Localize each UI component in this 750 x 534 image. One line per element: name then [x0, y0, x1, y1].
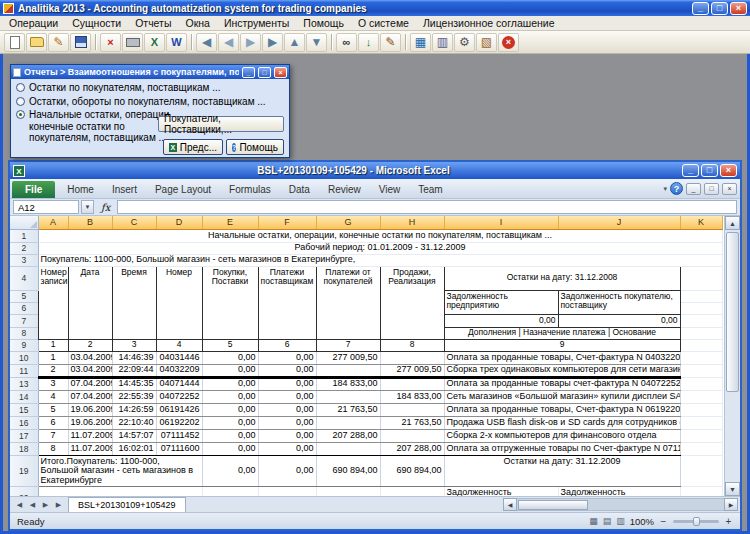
cell-r15-6[interactable]: 21 763,50 — [316, 403, 380, 416]
cell-r20-3[interactable] — [316, 487, 380, 496]
cell-r5-2[interactable] — [680, 290, 722, 302]
help-button[interactable]: ? Помощь — [226, 139, 284, 155]
cell-r4-1[interactable]: Дата — [68, 266, 112, 339]
edit-document-icon[interactable]: ✎ — [48, 33, 69, 52]
view-page-break-icon[interactable]: ▥ — [616, 516, 625, 526]
column-header-G[interactable]: G — [316, 216, 380, 229]
cell-r9-6[interactable]: 7 — [316, 339, 380, 351]
column-header-F[interactable]: F — [258, 216, 316, 229]
row-header-2[interactable]: 2 — [10, 242, 38, 254]
cell-r17-7[interactable] — [380, 429, 444, 442]
cell-r7-2[interactable] — [680, 314, 722, 327]
ribbon-tab-data[interactable]: Data — [280, 181, 319, 198]
cell-r9-5[interactable]: 6 — [258, 339, 316, 351]
zoom-slider-thumb[interactable] — [693, 517, 700, 526]
row-header-18[interactable]: 18 — [10, 442, 38, 455]
row-header-8[interactable]: 8 — [10, 327, 38, 339]
cell-r8-1[interactable] — [680, 327, 722, 339]
ribbon-tab-view[interactable]: View — [370, 181, 410, 198]
column-header-I[interactable]: I — [444, 216, 558, 229]
cell-r15-5[interactable]: 0,00 — [258, 403, 316, 416]
menu-item-3[interactable]: Окна — [178, 16, 216, 30]
workbook-restore-button[interactable]: □ — [704, 183, 719, 195]
table-icon[interactable]: ▦ — [410, 33, 431, 52]
cell-r10-2[interactable]: 14:46:39 — [112, 351, 156, 364]
cell-r11-4[interactable]: 0,00 — [202, 364, 258, 377]
column-header-A[interactable]: A — [38, 216, 68, 229]
horizontal-scroll-track[interactable] — [517, 498, 724, 511]
cell-r16-2[interactable]: 22:10:40 — [112, 416, 156, 429]
column-header-K[interactable]: K — [680, 216, 722, 229]
row-header-11[interactable]: 11 — [10, 364, 38, 377]
cell-r15-2[interactable]: 14:26:59 — [112, 403, 156, 416]
menu-item-5[interactable]: Помощь — [296, 16, 351, 30]
cell-r7-0[interactable]: 0,00 — [444, 314, 558, 327]
cell-r3-0[interactable]: Покупатель: 1100-000, Большой магазин - … — [38, 254, 722, 266]
nav-first-icon[interactable]: ◀ — [196, 33, 217, 52]
cell-r15-1[interactable]: 19.06.2009 — [68, 403, 112, 416]
dialog-close-button[interactable]: × — [274, 67, 287, 78]
cell-r18-4[interactable]: 0,00 — [202, 442, 258, 455]
cell-r4-6[interactable]: Платежи от покупателей — [316, 266, 380, 339]
row-header-19[interactable]: 19 — [10, 455, 38, 487]
row-header-7[interactable]: 7 — [10, 314, 38, 327]
cell-r11-1[interactable]: 03.04.2009 — [68, 364, 112, 377]
cell-r17-2[interactable]: 14:57:07 — [112, 429, 156, 442]
nav-next-icon[interactable]: ▶ — [240, 33, 261, 52]
column-header-D[interactable]: D — [156, 216, 202, 229]
cell-r19-5[interactable]: Остатки на дату: 31.12.2009 — [444, 455, 680, 487]
cell-r10-9[interactable] — [680, 351, 722, 364]
dialog-minimize-button[interactable]: _ — [242, 67, 255, 78]
cell-r18-2[interactable]: 16:02:01 — [112, 442, 156, 455]
cell-r17-1[interactable]: 11.07.2009 — [68, 429, 112, 442]
cell-r9-9[interactable] — [680, 339, 722, 351]
main-titlebar[interactable]: Analitika 2013 - Accounting automatizati… — [0, 0, 750, 16]
vertical-scrollbar[interactable]: ▲ ▼ — [724, 216, 740, 496]
row-header-16[interactable]: 16 — [10, 416, 38, 429]
sheet-nav-last-icon[interactable]: ▶ — [53, 501, 64, 509]
cell-r18-8[interactable]: Оплата за отгруженные товары по Счет-фак… — [444, 442, 680, 455]
vertical-scroll-track[interactable] — [725, 230, 740, 482]
cell-r10-0[interactable]: 1 — [38, 351, 68, 364]
row-header-6[interactable]: 6 — [10, 302, 38, 314]
menu-item-1[interactable]: Сущности — [65, 16, 128, 30]
cell-r14-9[interactable] — [680, 390, 722, 403]
cell-r15-4[interactable]: 0,00 — [202, 403, 258, 416]
cell-r10-5[interactable]: 0,00 — [258, 351, 316, 364]
cell-r11-3[interactable]: 04032209 — [156, 364, 202, 377]
settings-gear-icon[interactable]: ⚙ — [454, 33, 475, 52]
cell-r9-7[interactable]: 8 — [380, 339, 444, 351]
cell-r13-6[interactable]: 184 833,00 — [316, 377, 380, 390]
cell-r16-7[interactable]: 21 763,50 — [380, 416, 444, 429]
cell-r16-1[interactable]: 19.06.2009 — [68, 416, 112, 429]
cell-r4-9[interactable] — [680, 266, 722, 290]
cell-r9-1[interactable]: 2 — [68, 339, 112, 351]
cell-r19-6[interactable] — [680, 455, 722, 487]
cell-r14-3[interactable]: 04072252 — [156, 390, 202, 403]
sheet-nav-next-icon[interactable]: ▶ — [40, 501, 51, 509]
cell-r4-8[interactable]: Остатки на дату: 31.12.2008 — [444, 266, 680, 290]
cell-r10-3[interactable]: 04031446 — [156, 351, 202, 364]
select-all-corner[interactable] — [10, 216, 38, 229]
cell-r14-7[interactable]: 184 833,00 — [380, 390, 444, 403]
cell-r20-7[interactable] — [680, 487, 722, 496]
cell-r20-4[interactable] — [380, 487, 444, 496]
menu-item-6[interactable]: О системе — [351, 16, 416, 30]
cell-r5-0[interactable]: Задолженность предприятию — [444, 290, 558, 314]
dialog-maximize-button[interactable]: □ — [258, 67, 271, 78]
cell-r11-9[interactable] — [680, 364, 722, 377]
cell-r17-0[interactable]: 7 — [38, 429, 68, 442]
workbook-minimize-button[interactable]: _ — [686, 183, 701, 195]
column-header-C[interactable]: C — [112, 216, 156, 229]
column-header-H[interactable]: H — [380, 216, 444, 229]
cell-r10-4[interactable]: 0,00 — [202, 351, 258, 364]
sheet-nav-prev-icon[interactable]: ◀ — [27, 501, 38, 509]
excel-maximize-button[interactable]: □ — [701, 164, 718, 177]
scroll-up-icon[interactable]: ▲ — [725, 216, 740, 230]
cell-r10-1[interactable]: 03.04.2009 — [68, 351, 112, 364]
cell-r14-0[interactable]: 4 — [38, 390, 68, 403]
cell-r20-5[interactable]: Задолженность предприятию — [444, 487, 558, 496]
cell-r16-8[interactable]: Продажа USB flash disk-ов и SD cards для… — [444, 416, 680, 429]
row-header-1[interactable]: 1 — [10, 229, 38, 242]
cell-r18-9[interactable] — [680, 442, 722, 455]
